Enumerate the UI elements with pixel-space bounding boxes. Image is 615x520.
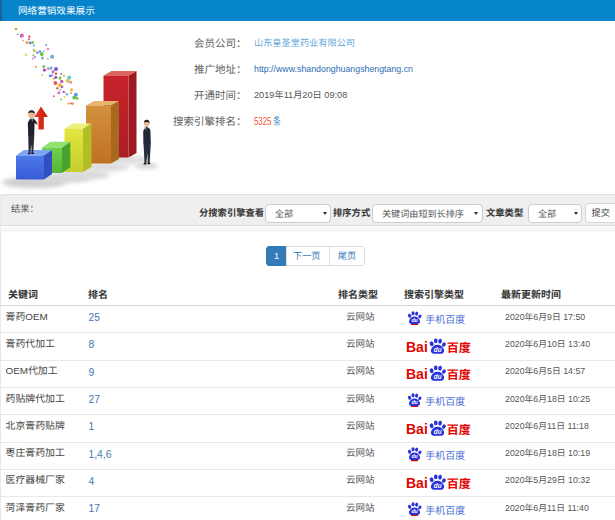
svg-text:du: du [434, 427, 442, 434]
svg-text:du: du [411, 453, 418, 459]
svg-text:du: du [434, 373, 442, 380]
svg-text:du: du [434, 482, 442, 489]
svg-text:du: du [411, 317, 418, 323]
svg-text:du: du [411, 508, 418, 514]
svg-text:du: du [434, 346, 442, 353]
svg-text:du: du [411, 399, 418, 405]
